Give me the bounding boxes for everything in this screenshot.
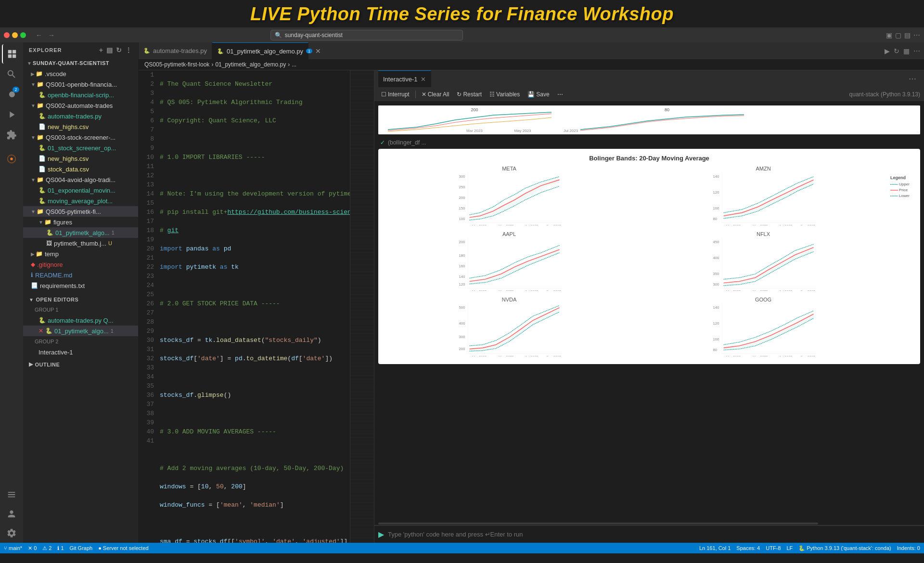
tree-item-readme[interactable]: ℹ README.md xyxy=(23,270,138,280)
moving-avg-label: moving_average_plot... xyxy=(48,197,113,205)
tree-item-moving-avg[interactable]: 🐍 moving_average_plot... xyxy=(23,196,138,206)
svg-text:Mar 2023: Mar 2023 xyxy=(466,129,483,133)
activity-settings[interactable] xyxy=(2,524,21,543)
python-info[interactable]: 🐍 Python 3.9.13 ('quant-stack': conda) xyxy=(798,545,891,551)
forward-btn[interactable]: → xyxy=(46,30,57,40)
amzn-chart-svg: 140 120 100 80 xyxy=(638,172,888,225)
h-scrollbar[interactable] xyxy=(374,522,924,525)
indents-info[interactable]: Indents: 0 xyxy=(897,545,920,551)
tree-item-temp[interactable]: ▶ 📁 temp xyxy=(23,249,138,259)
back-btn[interactable]: ← xyxy=(34,30,44,40)
interactive-tab-close[interactable]: ✕ xyxy=(421,76,426,83)
tab-pytimetk[interactable]: 🐍 01_pytimetk_algo_demo.py 1 ✕ xyxy=(212,42,308,59)
code-content[interactable]: 12345 678910 1112131415 1617181920 21222… xyxy=(139,70,374,543)
open-editors-section[interactable]: ▼ OPEN EDITORS xyxy=(23,295,138,304)
run-input-btn[interactable]: ▶ xyxy=(378,530,384,539)
interactive-content[interactable]: 200 Mar 2023 May 2023 Jul 2023 80 xyxy=(374,102,924,522)
variables-btn[interactable]: ☷ Variables xyxy=(487,90,523,99)
info-count[interactable]: ℹ 1 xyxy=(57,545,64,551)
tree-item-stock-data[interactable]: 📄 stock_data.csv xyxy=(23,164,138,174)
more-btn[interactable]: ⋯ xyxy=(554,90,566,99)
maximize-window-btn[interactable] xyxy=(20,32,26,38)
warning-count[interactable]: ⚠ 2 xyxy=(42,545,51,551)
cursor-position[interactable]: Ln 161, Col 1 xyxy=(699,545,731,551)
activity-search[interactable] xyxy=(2,65,21,84)
run-icon[interactable]: ▶ xyxy=(885,47,890,55)
collapse-icon[interactable]: ⋮ xyxy=(125,46,132,54)
activity-source-control[interactable]: 2 xyxy=(2,85,21,104)
interrupt-btn[interactable]: ☐ Interrupt xyxy=(378,90,412,99)
more-icon-interactive[interactable]: ⋯ xyxy=(909,74,916,83)
error-count[interactable]: ✕ 0 xyxy=(28,545,37,551)
split-editor-icon[interactable]: ▦ xyxy=(903,47,910,55)
encoding-info[interactable]: UTF-8 xyxy=(766,545,781,551)
more-actions-icon[interactable]: ⋯ xyxy=(913,47,920,55)
git-graph-btn[interactable]: Git Graph xyxy=(70,545,93,551)
tree-item-gitignore[interactable]: ◆ .gitignore xyxy=(23,259,138,270)
svg-text:400: 400 xyxy=(713,256,719,260)
address-bar[interactable]: 🔍 sunday-quant-scientist xyxy=(270,30,463,40)
activity-run[interactable] xyxy=(2,105,21,124)
cursor-label: Ln 161, Col 1 xyxy=(699,545,731,551)
git-graph-label: Git Graph xyxy=(70,545,93,551)
legend-lower-label: Lower xyxy=(899,194,910,198)
tree-item-exp-moving[interactable]: 🐍 01_exponential_movin... xyxy=(23,185,138,196)
minimize-window-btn[interactable] xyxy=(12,32,18,38)
activity-jupyter[interactable] xyxy=(2,149,21,169)
line-numbers: 12345 678910 1112131415 1617181920 21222… xyxy=(139,70,158,543)
breadcrumb-root: QS005-pytimetk-first-look xyxy=(144,61,209,68)
git-branch[interactable]: ⑂ main* xyxy=(4,545,22,551)
more-icon[interactable]: ⋯ xyxy=(913,31,920,39)
tree-item-vscode[interactable]: ▶ 📁 .vscode xyxy=(23,68,138,79)
tree-item-pytimetk-algo[interactable]: 🐍 01_pytimetk_algo... 1 xyxy=(23,227,138,238)
tree-item-new-highs2[interactable]: 📄 new_highs.csv xyxy=(23,153,138,164)
tree-item-openbb-script[interactable]: 🐍 openbb-financial-scrip... xyxy=(23,90,138,100)
tree-item-qs005[interactable]: ▼ 📁 QS005-pytimetk-fi... xyxy=(23,206,138,217)
tree-item-qs002[interactable]: ▼ 📁 QS002-automate-trades xyxy=(23,100,138,111)
tree-item-automate-trades[interactable]: 🐍 automate-trades.py xyxy=(23,111,138,121)
tab-label-pytimetk: 01_pytimetk_algo_demo.py xyxy=(227,48,303,55)
activity-account[interactable] xyxy=(2,504,21,524)
activity-explorer[interactable] xyxy=(2,44,21,64)
vscode-window: ← → 🔍 sunday-quant-scientist ▣ ▢ ▤ ⋯ 2 xyxy=(0,28,924,553)
outline-section[interactable]: ▶ OUTLINE xyxy=(23,359,138,369)
tree-item-qs004[interactable]: ▼ 📁 QS004-avoid-algo-tradi... xyxy=(23,174,138,185)
tree-item-qs003[interactable]: ▼ 📁 QS003-stock-screener-... xyxy=(23,132,138,143)
tab-automate-trades[interactable]: 🐍 automate-trades.py xyxy=(139,42,212,59)
svg-text:May 2023: May 2023 xyxy=(753,224,768,225)
new-folder-icon[interactable]: ▤ xyxy=(106,46,113,54)
interactive-tab-1[interactable]: Interactive-1 ✕ xyxy=(378,70,431,87)
code-input[interactable] xyxy=(388,531,920,538)
tree-item-qs001[interactable]: ▼ 📁 QS001-openbb-financia... xyxy=(23,79,138,90)
activity-extensions[interactable] xyxy=(2,125,21,144)
save-btn[interactable]: 💾 Save xyxy=(525,90,552,99)
tree-item-thumb[interactable]: 🖼 pytimetk_thumb.j... U xyxy=(23,238,138,249)
tree-root[interactable]: ▼ SUNDAY-QUANT-SCIENTIST xyxy=(23,58,138,68)
tree-editor-automate[interactable]: 🐍 automate-trades.py Q... xyxy=(23,315,138,326)
layout-icon[interactable]: ▣ xyxy=(886,31,892,39)
svg-text:200: 200 xyxy=(471,107,478,112)
spaces-info[interactable]: Spaces: 4 xyxy=(736,545,760,551)
activity-terminal[interactable] xyxy=(2,485,21,504)
chart-amzn: AMZN 140 120 100 80 xyxy=(638,166,888,227)
refresh-icon[interactable]: ↻ xyxy=(116,46,122,54)
tree-editor-interactive[interactable]: Interactive-1 xyxy=(23,347,138,357)
tree-editor-pytimetk[interactable]: ✕ 🐍 01_pytimetk_algo... 1 xyxy=(23,326,138,336)
debug-icon[interactable]: ↻ xyxy=(894,47,899,55)
new-file-icon[interactable]: + xyxy=(99,46,103,54)
tree-item-stock-screener[interactable]: 🐍 01_stock_screener_op... xyxy=(23,143,138,153)
clear-all-btn[interactable]: ✕ Clear All xyxy=(419,90,452,99)
tree-item-figures[interactable]: ▼ 📁 figures xyxy=(23,217,138,227)
tree-item-requirements[interactable]: 📃 requirements.txt xyxy=(23,280,138,291)
server-status[interactable]: ● Server not selected xyxy=(98,545,148,551)
tree-item-new-highs[interactable]: 📄 new_highs.csv xyxy=(23,121,138,132)
close-window-btn[interactable] xyxy=(4,32,10,38)
tab-icon-automate: 🐍 xyxy=(143,48,150,54)
split-icon[interactable]: ▢ xyxy=(895,31,901,39)
code-lines[interactable]: # The Quant Science Newsletter # QS 005:… xyxy=(158,70,350,543)
eol-info[interactable]: LF xyxy=(786,545,793,551)
tab-close-pytimetk[interactable]: ✕ xyxy=(315,47,321,55)
grid-icon[interactable]: ▤ xyxy=(904,31,911,39)
restart-btn[interactable]: ↻ Restart xyxy=(454,90,485,99)
py-icon-em: 🐍 xyxy=(38,187,46,194)
